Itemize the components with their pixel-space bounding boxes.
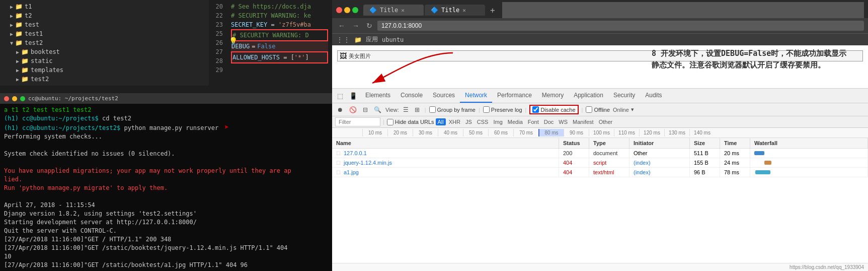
tab-strip-extra — [502, 2, 864, 18]
filter-js[interactable]: JS — [463, 118, 474, 125]
view-label: View: — [385, 107, 399, 113]
tab-audits[interactable]: Audits — [640, 89, 667, 103]
filter-doc[interactable]: Doc — [542, 118, 556, 125]
offline-label[interactable]: Offline — [586, 106, 610, 113]
browser-toolbar: ← → ↻ — [332, 18, 868, 33]
arrow-icon: ▶ — [16, 58, 19, 64]
code-line: # SECURITY WARNING: ke — [231, 11, 328, 20]
tab-memory[interactable]: Memory — [537, 89, 569, 103]
apps-icon[interactable]: ⋮⋮ — [336, 36, 350, 44]
refresh-button[interactable]: ↻ — [364, 21, 374, 31]
col-name: Name — [332, 138, 559, 148]
filter-manifest[interactable]: Manifest — [571, 118, 596, 125]
clear-button[interactable]: 🚫 — [347, 105, 359, 114]
filter-button[interactable]: ⊟ — [361, 105, 370, 114]
tree-label: test1 — [25, 30, 43, 37]
separator: | — [383, 119, 384, 125]
terminal-line: System check identified no issues (0 sil… — [4, 150, 328, 158]
tab-console[interactable]: Console — [396, 89, 428, 103]
devtools: ⬚ 📱 Elements Console Sources Network Per… — [332, 88, 868, 271]
hide-data-urls-text: Hide data URLs — [395, 119, 434, 125]
filter-other[interactable]: Other — [597, 118, 615, 125]
bookmark-ubuntu[interactable]: ubuntu — [382, 36, 404, 43]
url-bar[interactable] — [377, 21, 864, 31]
tab-security[interactable]: Security — [608, 89, 640, 103]
back-button[interactable]: ← — [336, 21, 347, 31]
new-tab-button[interactable]: + — [486, 4, 499, 17]
code-editor: 20 22 23 25 26 27 28 29 # See https://do… — [209, 0, 332, 93]
terminal-line: (h1) cc@ubuntu:~/projects/test2$ python … — [4, 123, 328, 132]
devtools-inspect-btn[interactable]: ⬚ — [334, 90, 346, 102]
offline-checkbox[interactable] — [586, 106, 592, 113]
col-status: Status — [559, 138, 589, 148]
browser-tabs: 🔷 Title ✕ 🔷 Title ✕ + — [332, 0, 868, 18]
tree-label: t1 — [25, 3, 32, 10]
tree-label: test2 — [31, 76, 49, 83]
tab-network[interactable]: Network — [460, 89, 492, 103]
col-type: Type — [589, 138, 629, 148]
tab-elements[interactable]: Elements — [360, 89, 396, 103]
bookmark-apps[interactable]: 应用 — [366, 35, 378, 44]
terminal-line: Django version 1.8.2, using settings 'te… — [4, 210, 328, 218]
folder-icon: 📁 — [15, 30, 23, 37]
tab-close-btn[interactable]: ✕ — [401, 7, 405, 14]
filter-all[interactable]: All — [436, 118, 446, 125]
online-dropdown[interactable]: ▾ — [631, 106, 634, 113]
record-button[interactable]: ⏺ — [335, 105, 345, 114]
window-maximize-btn[interactable] — [352, 7, 358, 13]
grid-view-btn[interactable]: ⊞ — [413, 105, 422, 114]
disable-cache-checkbox[interactable] — [532, 106, 539, 113]
forward-button[interactable]: → — [350, 21, 361, 31]
preserve-log-label[interactable]: Preserve log — [483, 106, 522, 113]
tab-application[interactable]: Application — [569, 89, 608, 103]
code-content[interactable]: # See https://docs.dja # SECURITY WARNIN… — [227, 0, 332, 93]
group-by-frame-label[interactable]: Group by frame — [429, 106, 476, 113]
filter-ws[interactable]: WS — [557, 118, 570, 125]
offline-text: Offline — [594, 107, 610, 113]
filter-media[interactable]: Media — [506, 118, 525, 125]
row-time: 24 ms — [720, 158, 750, 167]
devtools-tabs: ⬚ 📱 Elements Console Sources Network Per… — [332, 89, 868, 103]
table-row[interactable]: ☐ jquery-1.12.4.min.js 404 script (index… — [332, 158, 868, 168]
tree-label: t2 — [25, 12, 32, 19]
devtools-mobile-btn[interactable]: 📱 — [346, 90, 360, 102]
separator: | — [582, 107, 583, 113]
annotation-text: 8 开发环境下，设置DEBUG=False时，不能成功加载显示 静态文件。注意谷… — [652, 48, 863, 71]
filter-input[interactable] — [335, 117, 380, 126]
hide-data-urls-checkbox[interactable] — [387, 119, 393, 125]
browser-tab-1[interactable]: 🔷 Title ✕ — [363, 5, 424, 16]
arrow-icon: ▶ — [16, 67, 19, 73]
group-by-frame-checkbox[interactable] — [429, 106, 436, 113]
folder-icon: 📁 — [21, 57, 29, 64]
tab-sources[interactable]: Sources — [428, 89, 460, 103]
terminal-line — [4, 158, 328, 167]
search-button[interactable]: 🔍 — [372, 105, 383, 114]
disable-cache-label[interactable]: Disable cache — [529, 105, 578, 114]
tab-performance[interactable]: Performance — [492, 89, 537, 103]
terminal[interactable]: cc@ubuntu: ~/projects/test2 a t1 t2 test… — [0, 93, 332, 271]
footer-url: https://blog.csdn.net/qq_1933904 — [790, 264, 864, 270]
list-view-btn[interactable]: ☰ — [401, 105, 411, 114]
window-minimize-btn[interactable] — [344, 7, 350, 13]
dot-green — [20, 96, 25, 101]
browser-tab-2[interactable]: 🔷 Title ✕ — [425, 5, 485, 16]
arrow-icon: ▼ — [10, 40, 13, 46]
filter-font[interactable]: Font — [526, 118, 541, 125]
filter-xhr[interactable]: XHR — [447, 118, 462, 125]
filter-img[interactable]: Img — [491, 118, 504, 125]
row-name: ☐ a1.jpg — [332, 168, 559, 177]
table-row[interactable]: ☐ 127.0.0.1 200 document Other 511 B 20 … — [332, 149, 868, 158]
tab-close-btn[interactable]: ✕ — [462, 7, 466, 14]
tab-favicon: 🔷 — [431, 7, 438, 14]
table-row[interactable]: ☐ a1.jpg 404 text/html (index) 96 B 78 m… — [332, 168, 868, 177]
filter-css[interactable]: CSS — [475, 118, 491, 125]
tick-40ms: 40 ms — [438, 129, 463, 137]
window-close-btn[interactable] — [336, 7, 342, 13]
preserve-log-checkbox[interactable] — [483, 106, 490, 113]
row-status: 404 — [559, 158, 589, 167]
row-checkbox: ☐ — [336, 170, 341, 175]
tree-label: templates — [31, 66, 63, 74]
terminal-title-text: cc@ubuntu: ~/projects/test2 — [28, 94, 118, 103]
hide-data-urls-label[interactable]: Hide data URLs — [387, 119, 434, 125]
waterfall-bar — [764, 161, 771, 165]
